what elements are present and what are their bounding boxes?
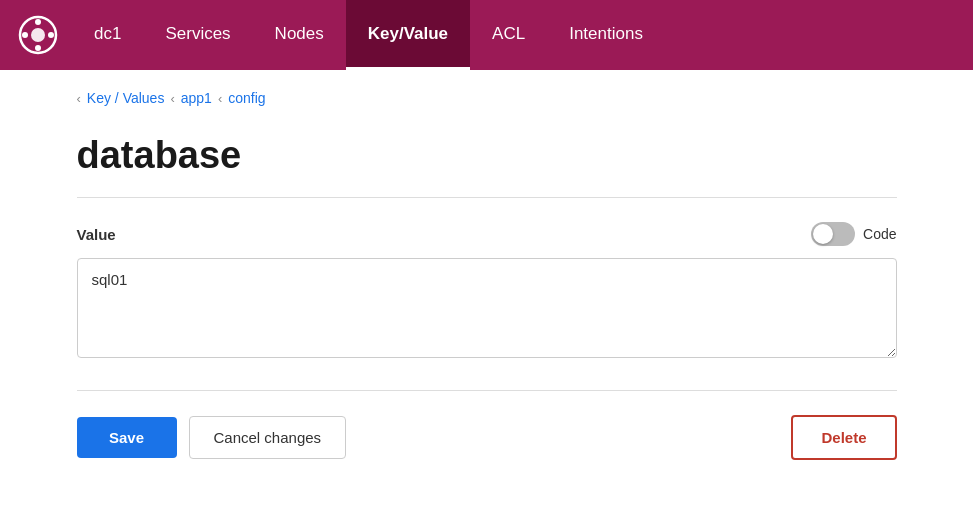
breadcrumb-chevron-0: ‹ [77,91,81,106]
nav-item-nodes[interactable]: Nodes [253,0,346,70]
toggle-thumb [813,224,833,244]
value-header: Value Code [77,222,897,246]
svg-point-1 [31,28,45,42]
svg-point-5 [48,32,54,38]
breadcrumb: ‹ Key / Values ‹ app1 ‹ config [77,90,897,106]
nav-item-keyvalue[interactable]: Key/Value [346,0,470,70]
breadcrumb-config[interactable]: config [228,90,265,106]
value-textarea[interactable]: sql01 [77,258,897,358]
save-button[interactable]: Save [77,417,177,458]
breadcrumb-app1[interactable]: app1 [181,90,212,106]
nav-item-acl[interactable]: ACL [470,0,547,70]
nav-item-intentions[interactable]: Intentions [547,0,665,70]
code-toggle-group: Code [811,222,896,246]
bottom-divider [77,390,897,391]
breadcrumb-chevron-2: ‹ [218,91,222,106]
svg-point-3 [35,45,41,51]
breadcrumb-kv-root[interactable]: Key / Values [87,90,165,106]
consul-logo [16,13,60,57]
svg-point-4 [22,32,28,38]
svg-point-2 [35,19,41,25]
page-title: database [77,134,897,177]
nav-item-services[interactable]: Services [143,0,252,70]
code-label: Code [863,226,896,242]
breadcrumb-chevron-1: ‹ [170,91,174,106]
value-label: Value [77,226,116,243]
cancel-button[interactable]: Cancel changes [189,416,347,459]
main-content: ‹ Key / Values ‹ app1 ‹ config database … [37,70,937,500]
delete-button[interactable]: Delete [791,415,896,460]
code-toggle-switch[interactable] [811,222,855,246]
buttons-row: Save Cancel changes Delete [77,415,897,460]
nav-item-dc1[interactable]: dc1 [72,0,143,70]
main-nav: dc1 Services Nodes Key/Value ACL Intenti… [0,0,973,70]
title-divider [77,197,897,198]
